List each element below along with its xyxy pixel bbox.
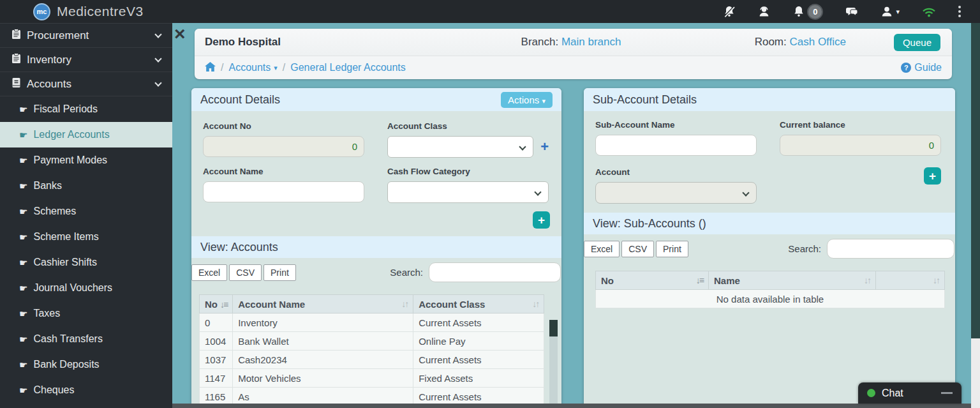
hospital-name: Demo Hospital (205, 36, 281, 49)
account-name-label: Account Name (203, 167, 364, 176)
csv-button[interactable]: CSV (621, 241, 654, 257)
home-icon[interactable] (205, 62, 216, 74)
breadcrumb: / Accounts ▾ / General Ledger Accounts ?… (195, 56, 952, 79)
print-button[interactable]: Print (656, 241, 688, 257)
account-details-header: Account Details Actions ▾ (191, 88, 561, 111)
chat-widget[interactable]: Chat (858, 382, 961, 404)
sub-account-form: Sub-Account Name Current balance Account… (584, 111, 955, 204)
online-status-icon (867, 389, 875, 397)
search-label: Search: (390, 267, 423, 278)
help-icon: ? (901, 63, 911, 73)
print-button[interactable]: Print (264, 264, 296, 281)
sidebar-item-accounts[interactable]: Accounts (0, 72, 172, 96)
table-row[interactable]: 1004 Bank Wallet Online Pay (200, 332, 544, 351)
excel-button[interactable]: Excel (191, 264, 227, 281)
caret-down-icon: ▾ (274, 64, 278, 72)
topbar: mc MedicentreV3 0 ▾ (0, 0, 980, 23)
notification-count-badge: 0 (807, 4, 823, 20)
chevron-down-icon (534, 188, 541, 195)
table-row[interactable]: 1147 Motor Vehicles Fixed Assets (200, 369, 544, 388)
sub-accounts-search-input[interactable] (827, 239, 954, 259)
hand-point-icon: ☛ (19, 156, 27, 165)
sidebar-item-fiscal-periods[interactable]: ☛Fiscal Periods (0, 96, 172, 122)
sidebar-item-cashier-shifts[interactable]: ☛Cashier Shifts (0, 250, 172, 275)
col-account-class[interactable]: Account Class↓↑ (413, 295, 544, 314)
add-sub-account-button[interactable]: + (924, 167, 941, 185)
breadcrumb-accounts[interactable]: Accounts ▾ (228, 62, 277, 73)
horizontal-scrollbar[interactable] (172, 404, 971, 408)
col-no[interactable]: No↓≡ (596, 271, 709, 290)
add-account-button[interactable]: + (533, 211, 550, 229)
sidebar-item-procurement[interactable]: Procurement (0, 24, 172, 48)
app-logo-icon: mc (33, 3, 50, 20)
notifications-bell-icon[interactable]: 0 (792, 4, 823, 20)
hand-point-icon: ☛ (19, 181, 27, 191)
actions-button[interactable]: Actions ▾ (501, 92, 553, 108)
sidebar-item-journal-vouchers[interactable]: ☛Journal Vouchers (0, 275, 172, 301)
close-icon[interactable]: × (174, 24, 186, 43)
bell-slash-icon[interactable] (723, 5, 736, 18)
support-agent-icon[interactable] (757, 5, 771, 18)
chevron-down-icon (742, 189, 749, 196)
view-sub-accounts-header: View: Sub-Accounts () (584, 213, 955, 234)
sidebar-item-bank-deposits[interactable]: ☛Bank Deposits (0, 352, 172, 377)
guide-link[interactable]: ? Guide (901, 62, 942, 73)
sidebar-item-cheques[interactable]: ☛Cheques (0, 377, 172, 403)
clipboard-icon (11, 53, 21, 67)
hand-point-icon: ☛ (19, 207, 27, 216)
col-name[interactable]: Name↓↑ (709, 271, 876, 290)
hand-point-icon: ☛ (19, 258, 27, 268)
excel-button[interactable]: Excel (584, 241, 620, 257)
messages-icon[interactable] (845, 5, 859, 18)
hand-point-icon: ☛ (19, 130, 27, 140)
sort-asc-icon: ↓≡ (696, 275, 703, 285)
csv-button[interactable]: CSV (229, 264, 262, 281)
sidebar-item-taxes[interactable]: ☛Taxes (0, 301, 172, 326)
account-class-label: Account Class (387, 121, 549, 131)
empty-message: No data available in table (596, 290, 945, 308)
queue-button[interactable]: Queue (894, 34, 940, 51)
minimize-icon[interactable] (941, 392, 953, 394)
page-header-card: Demo Hospital Branch: Main branch Room: … (195, 29, 952, 79)
table-row[interactable]: 1037 Cash20234 Current Assets (200, 351, 544, 369)
accounts-search-input[interactable] (429, 262, 561, 282)
branch-value-link[interactable]: Main branch (561, 36, 621, 48)
wifi-status-icon[interactable] (921, 5, 937, 18)
vertical-scrollbar[interactable] (971, 23, 980, 408)
room-value-link[interactable]: Cash Office (789, 36, 846, 48)
room-info: Room: Cash Office (755, 36, 846, 49)
add-account-class-button[interactable]: + (540, 140, 549, 154)
user-menu-icon[interactable]: ▾ (880, 5, 900, 18)
sidebar-item-banks[interactable]: ☛Banks (0, 173, 172, 199)
account-label: Account (595, 167, 757, 177)
cash-flow-label: Cash Flow Category (387, 167, 549, 176)
col-extra[interactable]: ↓↑ (876, 271, 945, 290)
account-select[interactable] (595, 182, 757, 204)
sidebar-item-cash-transfers[interactable]: ☛Cash Transfers (0, 326, 172, 352)
account-name-input[interactable] (203, 181, 364, 202)
sidebar-item-scheme-items[interactable]: ☛Scheme Items (0, 224, 172, 250)
brand-name: MedicentreV3 (57, 4, 144, 19)
table-scrollbar[interactable] (549, 320, 558, 408)
col-no[interactable]: No↓≡ (200, 295, 233, 314)
account-class-select[interactable] (387, 136, 533, 158)
sidebar-item-ledger-accounts[interactable]: ☛Ledger Accounts (0, 122, 172, 147)
sort-icon: ↓↑ (532, 299, 538, 309)
search-label: Search: (788, 243, 821, 254)
user-caret-icon: ▾ (896, 8, 900, 16)
scrollbar-thumb[interactable] (971, 23, 980, 338)
kebab-menu-icon[interactable] (958, 6, 961, 17)
col-account-name[interactable]: Account Name↓↑ (233, 295, 413, 314)
sidebar-item-schemes[interactable]: ☛Schemes (0, 199, 172, 224)
sidebar-item-payment-modes[interactable]: ☛Payment Modes (0, 147, 172, 173)
sidebar-item-inventory[interactable]: Inventory (0, 48, 172, 72)
scrollbar-thumb[interactable] (549, 320, 558, 336)
hand-point-icon: ☛ (19, 309, 27, 319)
hand-point-icon: ☛ (19, 232, 27, 242)
sub-account-name-input[interactable] (595, 135, 757, 156)
clipboard-icon (11, 29, 21, 43)
cash-flow-select[interactable] (387, 181, 549, 203)
accounts-table: No↓≡ Account Name↓↑ Account Class↓↑ 0 In… (199, 294, 544, 406)
account-details-form: Account No Account Class + Account Name (191, 111, 561, 229)
table-row[interactable]: 0 Inventory Current Assets (200, 314, 544, 332)
